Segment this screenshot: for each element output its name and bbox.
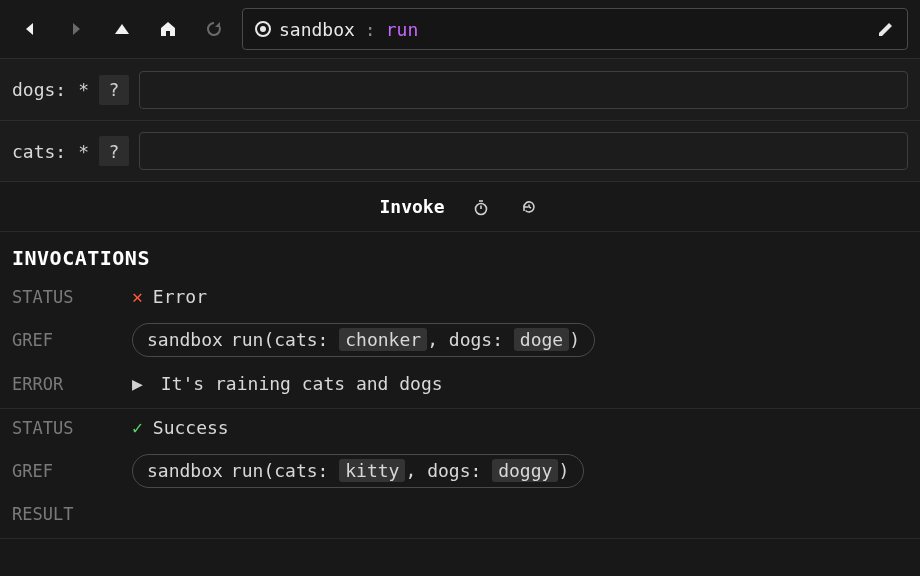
history-icon: [520, 198, 538, 216]
invoke-bar: Invoke: [0, 182, 920, 232]
forward-icon: [69, 22, 83, 36]
back-button[interactable]: [12, 11, 48, 47]
params: dogs: * ? cats: * ?: [0, 58, 920, 182]
forward-button[interactable]: [58, 11, 94, 47]
param-label: dogs:: [12, 79, 66, 100]
gref-pill[interactable]: sandbox run(cats: chonker, dogs: doge): [132, 323, 595, 357]
target-icon: [255, 21, 271, 37]
gref-row: GREF sandbox run(cats: kitty, dogs: dogg…: [0, 446, 920, 496]
gref-row: GREF sandbox run(cats: chonker, dogs: do…: [0, 315, 920, 365]
up-button[interactable]: [104, 11, 140, 47]
address-sep: :: [365, 19, 376, 40]
gref-arg-name: dogs: [449, 329, 492, 350]
gref-arg-value: chonker: [339, 328, 427, 351]
gref-arg-value: kitty: [339, 459, 405, 482]
param-input-cats[interactable]: [139, 132, 908, 170]
gref-func: run: [231, 460, 264, 481]
required-marker: *: [78, 79, 89, 100]
gref-label: GREF: [12, 330, 124, 350]
gref-arg-value: doge: [514, 328, 569, 351]
gref-label: GREF: [12, 461, 124, 481]
status-label: STATUS: [12, 418, 124, 438]
status-text: Success: [153, 417, 229, 438]
status-label: STATUS: [12, 287, 124, 307]
address-command: run: [386, 19, 419, 40]
stopwatch-icon: [472, 198, 490, 216]
gref-namespace: sandbox: [147, 329, 223, 350]
help-button[interactable]: ?: [99, 136, 129, 166]
address-namespace: sandbox: [279, 19, 355, 40]
param-row-cats: cats: * ?: [0, 120, 920, 182]
pencil-icon: [877, 20, 895, 38]
invocation-item: STATUS ✕ Error GREF sandbox run(cats: ch…: [0, 278, 920, 409]
refresh-icon: [205, 20, 223, 38]
detail-label: ERROR: [12, 374, 124, 394]
success-icon: ✓: [132, 417, 143, 438]
param-row-dogs: dogs: * ?: [0, 58, 920, 120]
result-row: RESULT: [0, 496, 920, 532]
gref-arg-name: cats: [274, 329, 317, 350]
invoke-button[interactable]: Invoke: [379, 196, 444, 217]
back-icon: [23, 22, 37, 36]
invocations-title: INVOCATIONS: [0, 232, 920, 278]
gref-arg-value: doggy: [492, 459, 558, 482]
address-bar[interactable]: sandbox : run: [242, 8, 908, 50]
required-marker: *: [78, 141, 89, 162]
up-icon: [114, 22, 130, 36]
timer-button[interactable]: [469, 195, 493, 219]
toolbar: sandbox : run: [0, 0, 920, 58]
param-label: cats:: [12, 141, 66, 162]
error-row: ERROR ▶ It's raining cats and dogs: [0, 365, 920, 402]
gref-namespace: sandbox: [147, 460, 223, 481]
detail-label: RESULT: [12, 504, 124, 524]
home-icon: [159, 20, 177, 38]
gref-arg-name: dogs: [427, 460, 470, 481]
help-button[interactable]: ?: [99, 75, 129, 105]
error-text: It's raining cats and dogs: [161, 373, 443, 394]
home-button[interactable]: [150, 11, 186, 47]
edit-button[interactable]: [877, 20, 895, 38]
status-row: STATUS ✓ Success: [0, 409, 920, 446]
status-row: STATUS ✕ Error: [0, 278, 920, 315]
invocation-item: STATUS ✓ Success GREF sandbox run(cats: …: [0, 409, 920, 539]
gref-pill[interactable]: sandbox run(cats: kitty, dogs: doggy): [132, 454, 584, 488]
status-text: Error: [153, 286, 207, 307]
expand-toggle[interactable]: ▶: [132, 373, 143, 394]
error-icon: ✕: [132, 286, 143, 307]
gref-func: run: [231, 329, 264, 350]
history-button[interactable]: [517, 195, 541, 219]
gref-arg-name: cats: [274, 460, 317, 481]
refresh-button[interactable]: [196, 11, 232, 47]
param-input-dogs[interactable]: [139, 71, 908, 109]
